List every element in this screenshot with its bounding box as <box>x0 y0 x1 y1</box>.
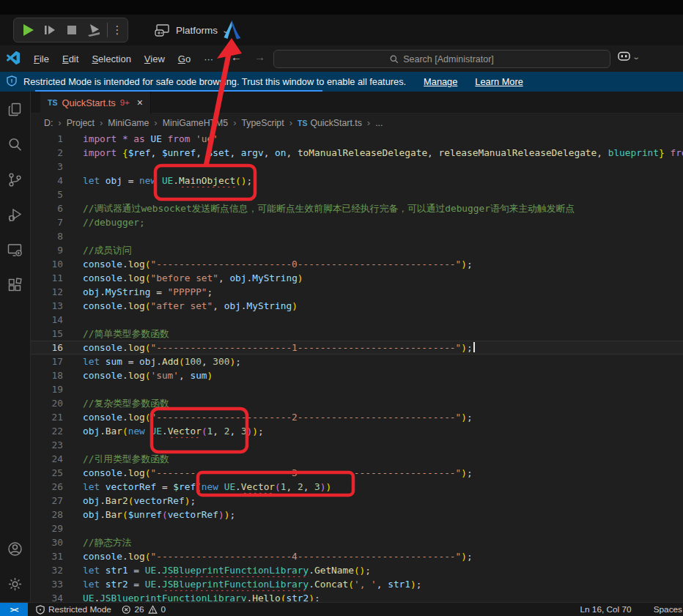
menu-view[interactable]: View <box>138 51 171 67</box>
code-line[interactable]: 19 <box>31 382 683 396</box>
line-number: 2 <box>31 146 63 160</box>
indent-indicator[interactable]: Spaces <box>649 604 683 615</box>
code-line[interactable]: 28obj.Bar($unref(vectorRef)); <box>31 508 683 522</box>
breadcrumb-item[interactable]: MiniGameHTM5 <box>163 118 229 128</box>
play-button[interactable] <box>17 19 39 41</box>
code-line-text: console.log("before set", obj.MyString) <box>63 271 683 285</box>
line-number: 30 <box>31 535 63 549</box>
line-number: 6 <box>31 201 63 215</box>
activity-remote-explorer[interactable] <box>0 232 30 267</box>
toolbar-separator <box>107 23 108 37</box>
code-line[interactable]: 11console.log("before set", obj.MyString… <box>31 271 683 285</box>
activity-explorer[interactable] <box>0 92 30 127</box>
code-line[interactable]: 10console.log("------------------------0… <box>31 257 683 271</box>
code-line[interactable]: 27obj.Bar2(vectorRef); <box>31 494 683 508</box>
restricted-mode-status[interactable]: Restricted Mode <box>31 603 117 616</box>
code-line[interactable]: 7//debugger; <box>31 215 683 229</box>
code-line[interactable]: 9//成员访问 <box>31 243 683 257</box>
code-line[interactable]: 4let obj = new UE.MainObject(); <box>31 174 683 188</box>
code-line[interactable]: 24//引用类型参数函数 <box>31 452 683 466</box>
activity-source-control[interactable] <box>0 162 30 197</box>
command-search-input[interactable]: Search [Administrator] <box>273 50 610 68</box>
plugin-logo[interactable] <box>221 18 244 45</box>
code-line[interactable]: 21console.log("------------------------2… <box>31 410 683 424</box>
search-icon <box>390 55 399 64</box>
code-line[interactable]: 6//调试器通过websocket发送断点信息，可能断点生效前脚本已经执行完备，… <box>31 201 683 215</box>
breadcrumb-label: MiniGameHTM5 <box>163 118 229 128</box>
code-line-text: console.log("------------------------4--… <box>63 549 683 563</box>
activity-search[interactable] <box>0 127 30 162</box>
copilot-menu-button[interactable]: ⌄ <box>618 51 639 62</box>
run-debug-icon <box>7 207 23 223</box>
line-number: 27 <box>31 494 63 508</box>
code-line[interactable]: 22obj.Bar(new UE.Vector(1, 2, 3)); <box>31 424 683 438</box>
menu-selection[interactable]: Selection <box>85 51 137 67</box>
breadcrumb-separator: › <box>100 117 103 128</box>
code-line[interactable]: 14 <box>31 313 683 327</box>
back-arrow-button[interactable]: ← <box>231 51 242 63</box>
code-line[interactable]: 32let str1 = UE.JSBlueprintFunctionLibra… <box>31 563 683 577</box>
code-editor[interactable]: 1import * as UE from 'ue'2import {$ref, … <box>31 132 683 601</box>
breadcrumb-label: QuickStart.ts <box>310 118 361 128</box>
activity-account[interactable] <box>0 531 30 566</box>
tab-quickstart[interactable]: TS QuickStart.ts 9+ × <box>40 92 151 114</box>
code-line-text <box>63 382 683 396</box>
line-number: 19 <box>31 382 63 396</box>
code-line[interactable]: 16console.log("------------------------1… <box>31 341 683 355</box>
breadcrumb-item[interactable]: TypeScript <box>242 118 284 128</box>
stop-button[interactable] <box>61 19 83 41</box>
code-line-text: //简单类型参数函数 <box>63 327 683 341</box>
code-line[interactable]: 18console.log('sum', sum) <box>31 368 683 382</box>
activity-run-debug[interactable] <box>0 197 30 232</box>
breadcrumb-item[interactable]: MiniGame <box>108 118 149 128</box>
code-line[interactable]: 20//复杂类型参数函数 <box>31 396 683 410</box>
close-icon[interactable]: × <box>137 97 143 108</box>
code-line[interactable]: 1import * as UE from 'ue' <box>31 132 683 146</box>
platforms-dropdown[interactable]: Platforms ⌄ <box>155 24 229 37</box>
remote-icon: >< <box>10 605 18 614</box>
account-icon <box>7 541 23 557</box>
code-line[interactable]: 30//静态方法 <box>31 535 683 549</box>
code-line[interactable]: 17let sum = obj.Add(100, 300); <box>31 355 683 368</box>
forward-arrow-button[interactable]: → <box>254 51 265 63</box>
line-number: 33 <box>31 577 63 591</box>
code-line[interactable]: 31console.log("------------------------4… <box>31 549 683 563</box>
code-line[interactable]: 34UE.JSBlueprintFunctionLibrary.Hello(st… <box>31 591 683 601</box>
code-line[interactable]: 26let vectorRef = $ref(new UE.Vector(1, … <box>31 480 683 494</box>
code-line[interactable]: 13console.log("after set", obj.MyString) <box>31 299 683 313</box>
code-line[interactable]: 33let str2 = UE.JSBlueprintFunctionLibra… <box>31 577 683 591</box>
frame-skip-button[interactable] <box>39 19 61 41</box>
code-line[interactable]: 29 <box>31 522 683 535</box>
menu-edit[interactable]: Edit <box>56 51 85 67</box>
code-line[interactable]: 12obj.MyString = "PPPPP"; <box>31 285 683 299</box>
code-line[interactable]: 3 <box>31 160 683 174</box>
learn-more-link[interactable]: Learn More <box>475 76 523 87</box>
menu-go[interactable]: Go <box>171 51 197 67</box>
line-number: 1 <box>31 132 63 146</box>
menu-more[interactable]: ··· <box>197 51 220 67</box>
code-line[interactable]: 25console.log("------------------------3… <box>31 466 683 480</box>
code-line[interactable]: 8 <box>31 229 683 243</box>
breadcrumb-item[interactable]: ... <box>375 118 383 128</box>
blue-a-logo-icon <box>221 18 244 42</box>
manage-link[interactable]: Manage <box>424 76 457 87</box>
breadcrumb-label: Project <box>67 118 95 128</box>
breadcrumb-item[interactable]: TSQuickStart.ts <box>298 118 362 128</box>
problems-status[interactable]: 26 0 <box>117 603 171 616</box>
code-line[interactable]: 5 <box>31 188 683 201</box>
code-line[interactable]: 23 <box>31 438 683 452</box>
remote-indicator-button[interactable]: >< <box>0 603 28 616</box>
breadcrumb-item[interactable]: D: <box>44 118 53 128</box>
code-line[interactable]: 2import {$ref, $unref, $set, argv, on, t… <box>31 146 683 160</box>
line-col-indicator[interactable]: Ln 16, Col 70 <box>575 604 636 615</box>
menu-file[interactable]: File <box>27 51 56 67</box>
code-line-text: console.log("after set", obj.MyString) <box>63 299 683 313</box>
eject-button[interactable] <box>83 19 105 41</box>
activity-settings[interactable] <box>0 566 30 601</box>
code-line[interactable]: 15//简单类型参数函数 <box>31 327 683 341</box>
more-options-button[interactable]: ⋮ <box>110 19 125 41</box>
line-number: 21 <box>31 410 63 424</box>
shield-icon <box>36 605 45 615</box>
breadcrumb-item[interactable]: Project <box>67 118 95 128</box>
activity-extensions[interactable] <box>0 267 30 303</box>
